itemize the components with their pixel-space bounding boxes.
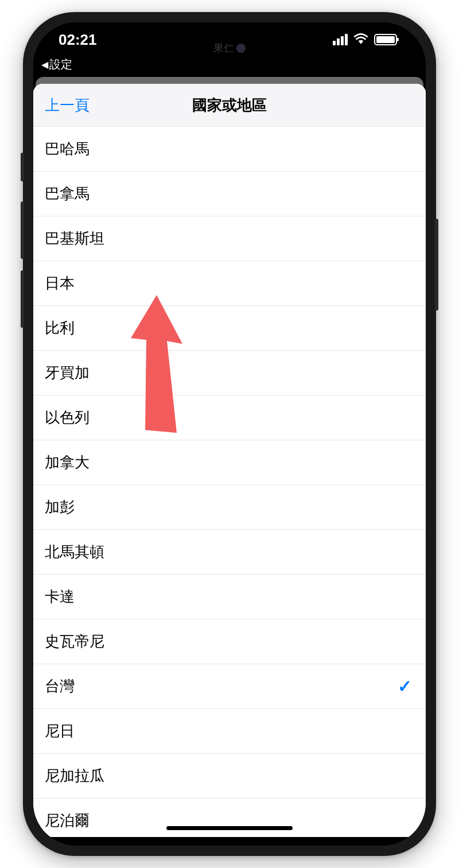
list-item[interactable]: 日本 (33, 261, 426, 306)
breadcrumb-label: 設定 (49, 57, 72, 72)
phone-frame: 02:21 果仁 (23, 12, 436, 856)
list-item[interactable]: 史瓦帝尼 (33, 619, 426, 664)
country-label: 尼日 (45, 721, 75, 741)
list-item[interactable]: 比利 (33, 306, 426, 351)
country-label: 尼泊爾 (45, 811, 90, 831)
country-label: 以色列 (45, 408, 90, 428)
list-item[interactable]: 巴拿馬 (33, 172, 426, 216)
status-bar: 02:21 果仁 (33, 22, 426, 57)
list-item[interactable]: 巴基斯坦 (33, 216, 426, 261)
status-time: 02:21 (59, 31, 97, 49)
country-label: 巴哈馬 (45, 139, 90, 159)
country-label: 牙買加 (45, 363, 90, 383)
country-label: 加彭 (45, 497, 75, 517)
page-title: 國家或地區 (192, 95, 267, 115)
battery-icon (374, 34, 397, 45)
list-item[interactable]: 卡達 (33, 575, 426, 619)
volume-up-button (21, 202, 24, 259)
list-item[interactable]: 尼日 (33, 709, 426, 754)
list-item[interactable]: 加彭 (33, 485, 426, 530)
dynamic-island: 果仁 (178, 34, 281, 63)
island-text: 果仁 (213, 41, 234, 55)
phone-screen: 02:21 果仁 (33, 22, 426, 846)
status-icons (333, 33, 397, 46)
checkmark-icon: ✓ (398, 676, 412, 696)
country-label: 日本 (45, 273, 75, 293)
list-item[interactable]: 尼泊爾 (33, 799, 426, 837)
list-item[interactable]: 巴哈馬 (33, 127, 426, 172)
country-label: 尼加拉瓜 (45, 766, 104, 786)
home-indicator[interactable] (166, 826, 293, 830)
silent-switch (21, 153, 24, 181)
country-label: 加拿大 (45, 452, 90, 472)
volume-down-button (21, 270, 24, 328)
list-item[interactable]: 台灣✓ (33, 664, 426, 709)
country-label: 卡達 (45, 587, 75, 607)
nav-header: 上一頁 國家或地區 (33, 84, 426, 127)
list-item[interactable]: 以色列 (33, 396, 426, 440)
country-label: 北馬其頓 (45, 542, 104, 562)
list-item[interactable]: 加拿大 (33, 440, 426, 485)
country-list[interactable]: 巴哈馬巴拿馬巴基斯坦日本比利牙買加以色列加拿大加彭北馬其頓卡達史瓦帝尼台灣✓尼日… (33, 127, 426, 837)
cellular-signal-icon (333, 34, 348, 45)
country-label: 巴拿馬 (45, 184, 90, 204)
country-label: 史瓦帝尼 (45, 631, 104, 652)
back-button[interactable]: 上一頁 (45, 95, 90, 115)
list-item[interactable]: 牙買加 (33, 351, 426, 396)
island-dot-icon (236, 44, 246, 53)
list-item[interactable]: 北馬其頓 (33, 530, 426, 575)
content-sheet: 上一頁 國家或地區 巴哈馬巴拿馬巴基斯坦日本比利牙買加以色列加拿大加彭北馬其頓卡… (33, 84, 426, 837)
country-label: 比利 (45, 318, 75, 338)
country-label: 巴基斯坦 (45, 228, 104, 249)
list-item[interactable]: 尼加拉瓜 (33, 754, 426, 799)
power-button (435, 219, 438, 311)
country-label: 台灣 (45, 676, 75, 696)
breadcrumb-back-icon: ◀ (41, 59, 48, 70)
wifi-icon (353, 33, 368, 46)
